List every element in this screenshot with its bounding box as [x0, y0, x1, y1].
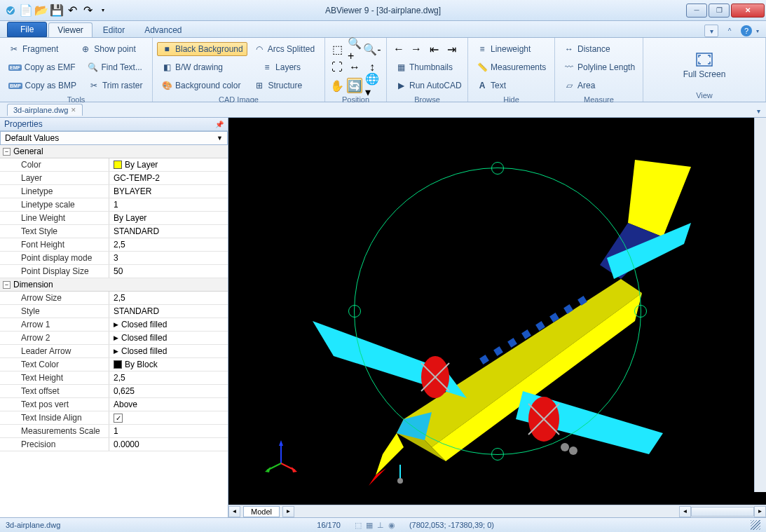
property-row[interactable]: Linetype scale1: [0, 198, 228, 212]
fit-window-icon[interactable]: ⛶: [329, 60, 345, 75]
close-tab-icon[interactable]: ✕: [71, 107, 76, 114]
next-icon[interactable]: →: [409, 41, 424, 57]
close-button[interactable]: ✕: [731, 4, 765, 18]
properties-combo[interactable]: Default Values ▼: [0, 131, 228, 145]
run-autocad-button[interactable]: ▶Run AutoCAD: [391, 79, 466, 93]
property-value[interactable]: STANDARD: [109, 225, 228, 238]
section-general[interactable]: − General: [0, 145, 228, 158]
black-background-button[interactable]: ■Black Background: [157, 42, 247, 56]
background-color-button[interactable]: 🎨Background color: [157, 79, 245, 93]
property-value[interactable]: 0,625: [109, 385, 228, 397]
property-row[interactable]: LinetypeBYLAYER: [0, 185, 228, 198]
property-value[interactable]: ✓: [109, 411, 228, 424]
layers-button[interactable]: ≡Layers: [257, 60, 305, 74]
window-list-icon[interactable]: ▾: [704, 25, 718, 37]
view-dropdown-icon[interactable]: 🌐▾: [364, 78, 380, 93]
property-value[interactable]: ▶Closed filled: [109, 318, 228, 331]
property-value[interactable]: 1: [109, 425, 228, 437]
arcs-splitted-button[interactable]: ◠Arcs Splitted: [249, 42, 319, 56]
zoom-in-icon[interactable]: 🔍+: [347, 41, 362, 57]
snap-icon[interactable]: ⬚: [355, 521, 362, 530]
property-value[interactable]: 1: [109, 198, 228, 211]
collapse-icon[interactable]: −: [3, 281, 11, 289]
help-icon[interactable]: ?: [741, 25, 752, 36]
property-row[interactable]: Text Height2,5: [0, 371, 228, 385]
app-icon[interactable]: [4, 4, 17, 17]
property-row[interactable]: Leader Arrow▶Closed filled: [0, 345, 228, 358]
qat-dropdown-icon[interactable]: ▾: [97, 4, 109, 17]
model-tab[interactable]: Model: [243, 506, 280, 517]
tab-dropdown-icon[interactable]: ▾: [757, 107, 760, 115]
viewport-3d[interactable]: [228, 118, 766, 505]
property-value[interactable]: Above: [109, 398, 228, 411]
property-row[interactable]: Text pos vertAbove: [0, 398, 228, 411]
property-value[interactable]: 2,5: [109, 238, 228, 251]
minimize-button[interactable]: ─: [686, 4, 707, 18]
structure-button[interactable]: ⊞Structure: [249, 79, 306, 93]
show-point-button[interactable]: ⊕Show point: [76, 42, 139, 56]
checkbox[interactable]: ✓: [114, 414, 123, 423]
orbit-handle-left[interactable]: [348, 305, 361, 318]
tab-editor[interactable]: Editor: [94, 22, 134, 37]
tab-scroll-left-icon[interactable]: ◄: [228, 506, 240, 517]
property-row[interactable]: Text Inside Align✓: [0, 411, 228, 425]
property-row[interactable]: Arrow 1▶Closed filled: [0, 318, 228, 332]
lineweight-button[interactable]: ≡Lineweight: [472, 42, 535, 56]
property-value[interactable]: 2,5: [109, 371, 228, 384]
property-value[interactable]: GC-TEMP-2: [109, 172, 228, 184]
resize-grip[interactable]: [751, 520, 760, 530]
fragment-button[interactable]: ✂Fragment: [4, 42, 62, 56]
property-row[interactable]: Arrow 2▶Closed filled: [0, 332, 228, 345]
collapse-icon[interactable]: −: [3, 148, 11, 156]
property-row[interactable]: Line WeightBy Layer: [0, 212, 228, 225]
property-row[interactable]: Text offset0,625: [0, 385, 228, 398]
find-text-button[interactable]: 🔍Find Text...: [83, 60, 146, 74]
save-icon[interactable]: 💾: [50, 4, 63, 17]
pan-icon[interactable]: ✋: [329, 78, 345, 93]
orbit-handle-right[interactable]: [634, 305, 647, 318]
property-row[interactable]: Precision0.0000: [0, 438, 228, 451]
hscroll-right-icon[interactable]: ►: [754, 506, 766, 517]
fit-width-icon[interactable]: ↔: [347, 60, 362, 75]
thumbnails-button[interactable]: ▦Thumbnails: [391, 60, 457, 74]
orbit-handle-bottom[interactable]: [491, 448, 504, 461]
property-row[interactable]: Arrow Size2,5: [0, 292, 228, 305]
hscroll-left-icon[interactable]: ◄: [679, 506, 691, 517]
polar-icon[interactable]: ◉: [388, 521, 395, 530]
full-screen-button[interactable]: Full Screen: [676, 48, 733, 82]
doc-tab-active[interactable]: 3d-airplane.dwg ✕: [7, 104, 83, 116]
property-row[interactable]: Text ColorBy Block: [0, 358, 228, 371]
tab-scroll-right-icon[interactable]: ►: [282, 506, 294, 517]
property-value[interactable]: 2,5: [109, 292, 228, 304]
property-value[interactable]: 50: [109, 265, 228, 278]
prev-icon[interactable]: ←: [391, 41, 406, 57]
maximize-button[interactable]: ❐: [709, 4, 730, 18]
property-row[interactable]: Point display mode3: [0, 252, 228, 265]
distance-button[interactable]: ↔Distance: [559, 42, 615, 56]
redo-icon[interactable]: ↷: [81, 4, 94, 17]
measurements-button[interactable]: 📏Measurements: [472, 60, 550, 74]
area-button[interactable]: ▱Area: [559, 79, 599, 93]
property-value[interactable]: By Block: [109, 358, 228, 371]
hide-text-button[interactable]: AText: [472, 79, 510, 93]
grid-icon[interactable]: ▦: [366, 521, 373, 530]
polyline-length-button[interactable]: 〰Polyline Length: [559, 60, 639, 74]
new-icon[interactable]: 📄: [20, 4, 32, 17]
open-icon[interactable]: 📂: [35, 4, 48, 17]
property-row[interactable]: Font Height2,5: [0, 238, 228, 252]
vertical-scrollbar[interactable]: [754, 118, 766, 492]
property-value[interactable]: STANDARD: [109, 305, 228, 318]
zoom-rect-icon[interactable]: ⬚: [329, 41, 345, 57]
property-row[interactable]: LayerGC-TEMP-2: [0, 172, 228, 185]
zoom-out-icon[interactable]: 🔍-: [364, 41, 380, 57]
property-row[interactable]: ColorBy Layer: [0, 158, 228, 172]
ortho-icon[interactable]: ⊥: [377, 521, 384, 530]
property-row[interactable]: Measurements Scale1: [0, 425, 228, 438]
copy-bmp-button[interactable]: BMPCopy as BMP: [4, 79, 81, 92]
tab-advanced[interactable]: Advanced: [135, 22, 191, 37]
bw-drawing-button[interactable]: ◧B/W drawing: [157, 60, 227, 74]
collapse-ribbon-icon[interactable]: ^: [723, 25, 737, 37]
property-value[interactable]: By Layer: [109, 158, 228, 171]
property-value[interactable]: 3: [109, 252, 228, 264]
property-value[interactable]: 0.0000: [109, 438, 228, 451]
